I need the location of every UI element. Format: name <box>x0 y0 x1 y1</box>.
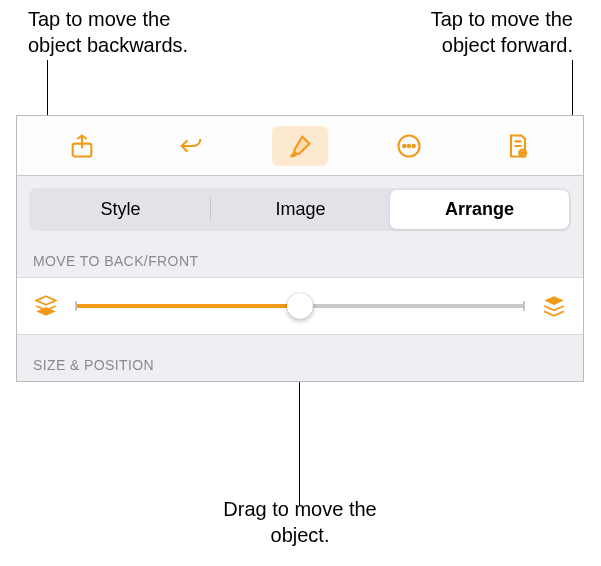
share-button[interactable] <box>54 126 110 166</box>
section-header-size: SIZE & POSITION <box>17 335 583 381</box>
slider-tick <box>523 301 525 311</box>
svg-point-2 <box>403 144 405 146</box>
section-header-move: MOVE TO BACK/FRONT <box>17 231 583 277</box>
tab-image[interactable]: Image <box>211 190 390 229</box>
more-button[interactable] <box>381 126 437 166</box>
layer-order-slider[interactable] <box>75 292 525 320</box>
layers-back-icon <box>33 293 59 319</box>
undo-icon <box>177 132 205 160</box>
move-forward-button[interactable] <box>539 291 569 321</box>
undo-button[interactable] <box>163 126 219 166</box>
layers-front-icon <box>541 293 567 319</box>
slider-tick <box>75 301 77 311</box>
move-backward-button[interactable] <box>31 291 61 321</box>
toolbar <box>17 116 583 176</box>
callout-backward: Tap to move the object backwards. <box>28 6 228 58</box>
slider-fill <box>75 304 300 308</box>
callout-forward: Tap to move the object forward. <box>373 6 573 58</box>
format-button[interactable] <box>272 126 328 166</box>
callout-drag: Drag to move the object. <box>210 496 390 548</box>
layer-order-row <box>17 277 583 335</box>
tab-arrange[interactable]: Arrange <box>390 190 569 229</box>
paintbrush-icon <box>286 132 314 160</box>
svg-point-4 <box>413 144 415 146</box>
read-mode-button[interactable] <box>490 126 546 166</box>
format-panel: Style Image Arrange <box>17 176 583 231</box>
app-frame: Style Image Arrange MOVE TO BACK/FRONT <box>16 115 584 382</box>
slider-knob[interactable] <box>287 293 313 319</box>
svg-point-3 <box>408 144 410 146</box>
tab-bar: Style Image Arrange <box>29 188 571 231</box>
tab-style[interactable]: Style <box>31 190 210 229</box>
more-icon <box>395 132 423 160</box>
arrange-panel: MOVE TO BACK/FRONT <box>17 231 583 381</box>
svg-point-6 <box>521 151 524 154</box>
share-icon <box>68 132 96 160</box>
read-mode-icon <box>504 132 532 160</box>
